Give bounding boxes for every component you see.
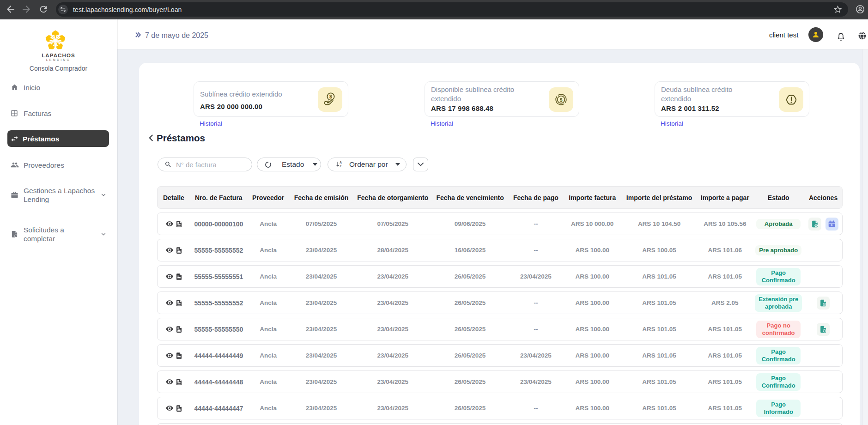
svg-text:$: $ [560, 97, 563, 103]
svg-text:A: A [340, 161, 342, 164]
svg-text:$: $ [329, 93, 332, 99]
svg-text:Z: Z [340, 164, 341, 168]
